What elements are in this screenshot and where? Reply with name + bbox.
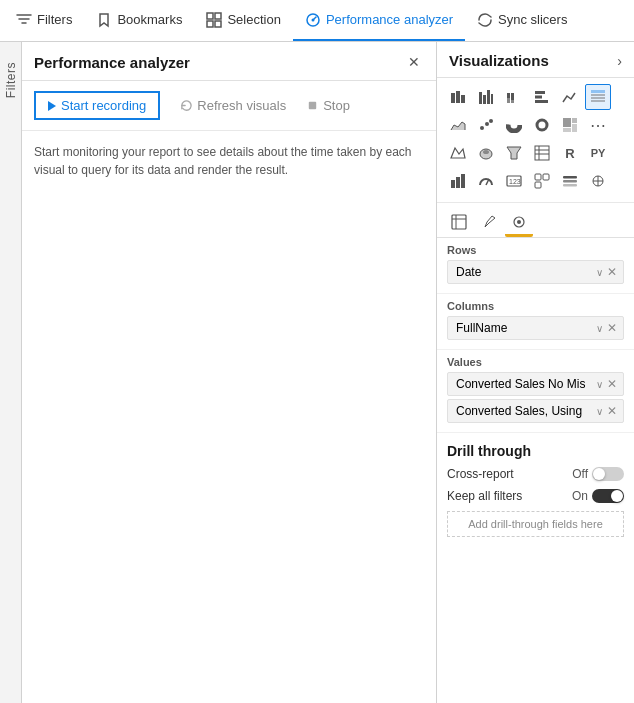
- scatter-chart-icon[interactable]: [473, 112, 499, 138]
- matrix-icon[interactable]: [585, 84, 611, 110]
- svg-point-5: [311, 18, 314, 21]
- rows-field-pill[interactable]: Date ∨ ✕: [447, 260, 624, 284]
- more-visuals-icon[interactable]: ⋯: [585, 112, 611, 138]
- values-section: Values Converted Sales No Mis ∨ ✕ Conver…: [437, 350, 634, 433]
- cross-report-value: Off: [572, 467, 624, 481]
- filter-icon: [16, 12, 32, 28]
- svg-point-25: [480, 126, 484, 130]
- svg-rect-24: [591, 100, 605, 102]
- treemap-icon[interactable]: [557, 112, 583, 138]
- cross-report-thumb: [593, 468, 605, 480]
- gauge-icon[interactable]: [473, 168, 499, 194]
- rows-field-chevron[interactable]: ∨: [596, 267, 603, 278]
- map-icon[interactable]: [445, 140, 471, 166]
- clustered-bar-icon[interactable]: [473, 84, 499, 110]
- viz-tab-fields[interactable]: [445, 209, 473, 237]
- rows-pill-actions: ∨ ✕: [596, 265, 617, 279]
- r-visual-icon[interactable]: R: [557, 140, 583, 166]
- viz-expand-button[interactable]: ›: [617, 53, 622, 69]
- svg-point-28: [508, 119, 520, 131]
- values-1-remove[interactable]: ✕: [607, 377, 617, 391]
- viz-tab-analytics[interactable]: [505, 209, 533, 237]
- refresh-visuals-button[interactable]: Refresh visuals: [180, 98, 286, 113]
- svg-rect-17: [511, 93, 514, 100]
- svg-rect-43: [451, 180, 455, 188]
- drill-through-add-area[interactable]: Add drill-through fields here: [447, 511, 624, 537]
- multi-row-card-icon[interactable]: [529, 168, 555, 194]
- viz-bottom-tabs: [437, 203, 634, 238]
- performance-analyzer-panel: Performance analyzer ✕ Start recording R…: [22, 42, 437, 703]
- cross-report-row: Cross-report Off: [447, 467, 624, 481]
- 100pct-stacked-bar-icon[interactable]: [501, 84, 527, 110]
- values-2-chevron[interactable]: ∨: [596, 406, 603, 417]
- perf-header: Performance analyzer ✕: [22, 42, 436, 81]
- values-field-pill-1[interactable]: Converted Sales No Mis ∨ ✕: [447, 372, 624, 396]
- viz-icon-row-2: ⋯: [445, 112, 626, 138]
- cross-report-label: Cross-report: [447, 467, 514, 481]
- svg-rect-31: [563, 118, 571, 127]
- tab-bookmarks[interactable]: Bookmarks: [84, 0, 194, 41]
- slicer-icon[interactable]: [557, 168, 583, 194]
- stacked-bar-chart-icon[interactable]: [445, 84, 471, 110]
- svg-text:123: 123: [509, 178, 521, 185]
- viz-icon-row-4: 123: [445, 168, 626, 194]
- svg-point-62: [517, 220, 521, 224]
- tab-selection[interactable]: Selection: [194, 0, 292, 41]
- svg-rect-54: [563, 184, 577, 187]
- line-chart-icon[interactable]: [557, 84, 583, 110]
- svg-marker-35: [451, 148, 465, 158]
- keep-filters-label: Keep all filters: [447, 489, 522, 503]
- keep-filters-toggle[interactable]: [592, 489, 624, 503]
- viz-tab-format[interactable]: [475, 209, 503, 237]
- svg-rect-9: [461, 95, 465, 103]
- filled-map-icon[interactable]: [473, 140, 499, 166]
- stop-button[interactable]: Stop: [306, 98, 350, 113]
- stop-icon: [306, 99, 319, 112]
- columns-field-pill[interactable]: FullName ∨ ✕: [447, 316, 624, 340]
- svg-rect-3: [215, 21, 221, 27]
- svg-rect-21: [591, 90, 605, 93]
- sidebar-strip: Filters: [0, 42, 22, 703]
- rows-field-remove[interactable]: ✕: [607, 265, 617, 279]
- main-layout: Filters Performance analyzer ✕ Start rec…: [0, 42, 634, 703]
- svg-rect-39: [535, 146, 549, 160]
- pie-chart-icon[interactable]: [501, 112, 527, 138]
- close-perf-panel-button[interactable]: ✕: [404, 52, 424, 72]
- svg-rect-10: [479, 92, 482, 104]
- funnel-icon[interactable]: [501, 140, 527, 166]
- tab-sync-slicers[interactable]: Sync slicers: [465, 0, 579, 41]
- svg-rect-53: [563, 180, 577, 183]
- performance-icon: [305, 12, 321, 28]
- viz-header: Visualizations ›: [437, 42, 634, 78]
- horizontal-bar-icon[interactable]: [529, 84, 555, 110]
- sync-icon: [477, 12, 493, 28]
- start-recording-button[interactable]: Start recording: [34, 91, 160, 120]
- values-1-chevron[interactable]: ∨: [596, 379, 603, 390]
- table-icon[interactable]: [529, 140, 555, 166]
- values-2-remove[interactable]: ✕: [607, 404, 617, 418]
- values-field-pill-2[interactable]: Converted Sales, Using ∨ ✕: [447, 399, 624, 423]
- kpi-icon[interactable]: [445, 168, 471, 194]
- tab-filters[interactable]: Filters: [4, 0, 84, 41]
- values-1-pill-actions: ∨ ✕: [596, 377, 617, 391]
- custom-visual-icon[interactable]: [585, 168, 611, 194]
- svg-rect-19: [535, 96, 542, 99]
- svg-rect-22: [591, 94, 605, 96]
- svg-rect-50: [543, 174, 549, 180]
- tab-performance-analyzer[interactable]: Performance analyzer: [293, 0, 465, 41]
- bookmark-icon: [96, 12, 112, 28]
- columns-field-chevron[interactable]: ∨: [596, 323, 603, 334]
- svg-rect-45: [461, 174, 465, 188]
- py-visual-icon[interactable]: PY: [585, 140, 611, 166]
- columns-field-remove[interactable]: ✕: [607, 321, 617, 335]
- recording-controls: Start recording Refresh visuals Stop: [22, 81, 436, 131]
- svg-rect-7: [451, 93, 455, 103]
- card-icon[interactable]: 123: [501, 168, 527, 194]
- cross-report-toggle[interactable]: [592, 467, 624, 481]
- keep-filters-row: Keep all filters On: [447, 489, 624, 503]
- values-label: Values: [447, 356, 624, 368]
- area-chart-icon[interactable]: [445, 112, 471, 138]
- donut-chart-icon[interactable]: [529, 112, 555, 138]
- sidebar-label: Filters: [4, 62, 18, 98]
- columns-pill-actions: ∨ ✕: [596, 321, 617, 335]
